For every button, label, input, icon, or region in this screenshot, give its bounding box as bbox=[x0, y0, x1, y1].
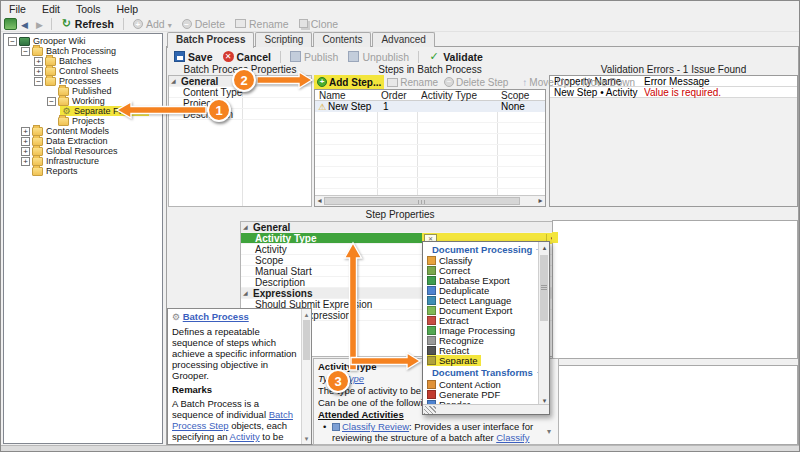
tree-item-grooper-wiki[interactable]: Grooper Wiki bbox=[4, 36, 162, 46]
tree-item-projects[interactable]: Projects bbox=[4, 116, 162, 126]
scroll-down-icon[interactable]: ▾ bbox=[302, 434, 311, 443]
help-scrollbar[interactable]: ▴ ▾ bbox=[301, 309, 311, 444]
tree-item-published[interactable]: Published bbox=[4, 86, 162, 96]
scroll-left-icon[interactable]: ◂ bbox=[315, 196, 324, 206]
tree-item-reports[interactable]: Reports bbox=[4, 166, 162, 176]
publish-button[interactable]: Publish bbox=[285, 49, 343, 64]
property-activity-type[interactable]: Activity Type bbox=[241, 233, 422, 244]
rename-button[interactable]: Rename bbox=[230, 16, 294, 31]
tree-item-infrastructure[interactable]: Infrastructure bbox=[4, 156, 162, 166]
tree-item-global-resources[interactable]: Global Resources bbox=[4, 146, 162, 156]
column-error-message[interactable]: Error Message bbox=[644, 76, 794, 87]
collapse-icon[interactable] bbox=[34, 77, 43, 86]
move-down-button[interactable]: Move Down bbox=[572, 75, 638, 89]
warning-icon bbox=[318, 102, 326, 112]
move-up-button[interactable]: Move Up bbox=[519, 75, 572, 89]
dropdown-item-detect-language[interactable]: Detect Language bbox=[423, 295, 540, 305]
publish-icon bbox=[290, 51, 301, 62]
menu-help[interactable]: Help bbox=[109, 3, 147, 15]
property-group-general[interactable]: General bbox=[241, 222, 557, 233]
scroll-up-icon[interactable]: ▴ bbox=[540, 243, 549, 252]
expand-icon[interactable] bbox=[34, 57, 43, 66]
menu-edit[interactable]: Edit bbox=[34, 3, 68, 15]
expand-icon[interactable] bbox=[21, 157, 30, 166]
dropdown-item-separate[interactable]: Separate bbox=[423, 355, 540, 365]
add-button[interactable]: +Add bbox=[128, 16, 177, 31]
expand-icon[interactable] bbox=[21, 137, 30, 146]
tree-item-batches[interactable]: Batches bbox=[4, 56, 162, 66]
unpublish-button[interactable]: Unpublish bbox=[343, 49, 414, 64]
save-button[interactable]: Save bbox=[169, 49, 218, 64]
scrollbar-thumb[interactable] bbox=[540, 255, 548, 321]
column-scope[interactable]: Scope bbox=[501, 90, 545, 101]
collapse-icon[interactable] bbox=[8, 37, 17, 46]
node-view-icon[interactable] bbox=[4, 18, 17, 30]
expand-icon[interactable] bbox=[21, 147, 30, 156]
classify-link[interactable]: Classify bbox=[496, 432, 529, 443]
column-order[interactable]: Order bbox=[381, 90, 415, 101]
expand-icon[interactable] bbox=[34, 67, 43, 76]
scrollbar-thumb[interactable] bbox=[303, 320, 310, 360]
highlight-sliver bbox=[552, 232, 558, 243]
validate-button[interactable]: Validate bbox=[423, 49, 488, 64]
tab-advanced[interactable]: Advanced bbox=[372, 32, 434, 47]
dropdown-item-classify[interactable]: Classify bbox=[423, 255, 540, 265]
root-node-icon bbox=[19, 37, 30, 46]
delete-step-button[interactable]: Delete Step bbox=[441, 75, 511, 89]
tree-item-processes[interactable]: Processes bbox=[4, 76, 162, 86]
table-row-new-step[interactable]: New Step 1 None bbox=[315, 101, 545, 112]
tree-item-separate-process[interactable]: Separate Process bbox=[4, 106, 162, 116]
tree-item-control-sheets[interactable]: Control Sheets bbox=[4, 66, 162, 76]
tab-batch-process[interactable]: Batch Process bbox=[167, 32, 254, 48]
dropdown-item-deduplicate[interactable]: Deduplicate bbox=[423, 285, 540, 295]
delete-button[interactable]: −Delete bbox=[177, 16, 230, 31]
menu-file[interactable]: File bbox=[1, 3, 34, 15]
cancel-button[interactable]: Cancel bbox=[218, 49, 276, 64]
back-icon[interactable] bbox=[17, 18, 32, 30]
tree-item-data-extraction[interactable]: Data Extraction bbox=[4, 136, 162, 146]
step-name: New Step bbox=[328, 101, 371, 112]
tree-item-batch-processing[interactable]: Batch Processing bbox=[4, 46, 162, 56]
tab-scripting[interactable]: Scripting bbox=[255, 32, 312, 47]
tree-item-working[interactable]: Working bbox=[4, 96, 162, 106]
rename-step-button[interactable]: Rename bbox=[384, 75, 441, 89]
tab-contents[interactable]: Contents bbox=[313, 32, 371, 47]
refresh-button[interactable]: Refresh bbox=[56, 16, 119, 31]
dropdown-item-recognize[interactable]: Recognize bbox=[423, 335, 540, 345]
resize-grip[interactable] bbox=[423, 404, 549, 414]
scroll-down-icon[interactable]: ▾ bbox=[547, 427, 551, 436]
generate-pdf-icon bbox=[427, 390, 436, 399]
property-project[interactable]: Project bbox=[169, 98, 311, 109]
help-bullet: Classify Review: Provides a user interfa… bbox=[318, 421, 544, 445]
property-description[interactable]: Description bbox=[169, 109, 311, 120]
classify-review-link[interactable]: Classify Review bbox=[342, 421, 409, 432]
menu-tools[interactable]: Tools bbox=[68, 3, 109, 15]
collapse-icon[interactable] bbox=[21, 47, 30, 56]
add-step-button[interactable]: Add Step... bbox=[314, 75, 384, 89]
dropdown-item-redact[interactable]: Redact bbox=[423, 345, 540, 355]
batch-process-link[interactable]: Batch Process bbox=[183, 311, 249, 322]
scrollbar-thumb[interactable] bbox=[324, 197, 520, 205]
dropdown-item-document-export[interactable]: Document Export bbox=[423, 305, 540, 315]
dropdown-item-correct[interactable]: Correct bbox=[423, 265, 540, 275]
expand-icon[interactable] bbox=[21, 127, 30, 136]
steps-horizontal-scrollbar[interactable]: ◂ ▸ bbox=[315, 195, 545, 206]
column-name[interactable]: Name bbox=[319, 90, 375, 101]
column-activity-type[interactable]: Activity Type bbox=[421, 90, 495, 101]
clone-button[interactable]: Clone bbox=[294, 16, 343, 31]
scroll-up-icon[interactable]: ▴ bbox=[302, 310, 311, 319]
validate-icon bbox=[428, 51, 440, 62]
dropdown-item-image-processing[interactable]: Image Processing bbox=[423, 325, 540, 335]
refresh-icon bbox=[61, 18, 72, 29]
tree-item-content-models[interactable]: Content Models bbox=[4, 126, 162, 136]
dropdown-item-content-action[interactable]: Content Action bbox=[423, 379, 540, 389]
forward-icon[interactable] bbox=[32, 18, 47, 30]
recognize-icon bbox=[427, 336, 436, 345]
scroll-right-icon[interactable]: ▸ bbox=[536, 196, 545, 206]
activity-link[interactable]: Activity bbox=[230, 431, 260, 442]
collapse-icon[interactable] bbox=[47, 97, 56, 106]
dropdown-scrollbar[interactable]: ▴ ▾ bbox=[538, 242, 549, 406]
dropdown-item-extract[interactable]: Extract bbox=[423, 315, 540, 325]
dropdown-item-generate-pdf[interactable]: Generate PDF bbox=[423, 389, 540, 399]
dropdown-item-database-export[interactable]: Database Export bbox=[423, 275, 540, 285]
